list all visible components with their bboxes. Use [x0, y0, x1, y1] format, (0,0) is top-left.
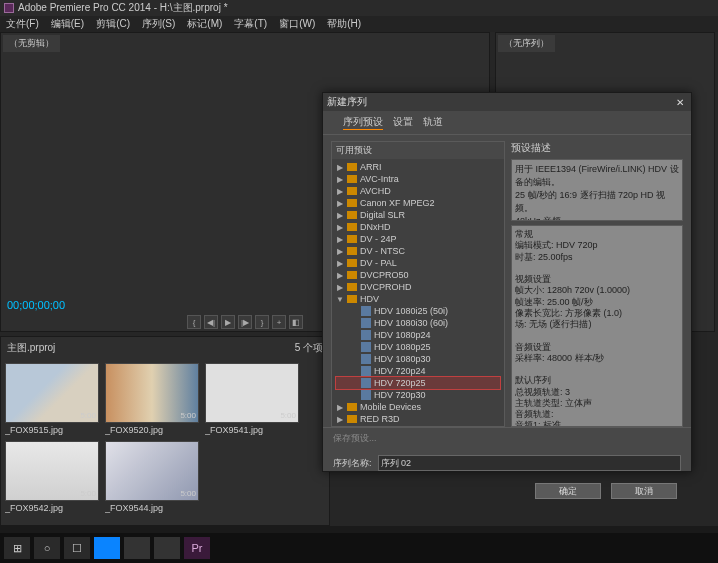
preset-folder[interactable]: ▶DV - 24P [336, 233, 500, 245]
mark-out-button[interactable]: } [255, 315, 269, 329]
mark-in-button[interactable]: { [187, 315, 201, 329]
preset-item[interactable]: HDV 1080p24 [336, 329, 500, 341]
window-title: Adobe Premiere Pro CC 2014 - H:\主图.prpro… [18, 1, 228, 15]
preset-item[interactable]: HDV 1080p25 [336, 341, 500, 353]
tab-preset[interactable]: 序列预设 [343, 115, 383, 130]
duration: 5:00 [80, 489, 96, 498]
project-item[interactable]: 5:00_FOX9542.jpg [5, 441, 99, 513]
preset-folder[interactable]: ▶Canon XF MPEG2 [336, 197, 500, 209]
menu-window[interactable]: 窗口(W) [279, 17, 315, 31]
expand-icon: ▶ [336, 283, 344, 292]
preset-folder[interactable]: ▼HDV [336, 293, 500, 305]
preset-folder[interactable]: ▶ARRI [336, 161, 500, 173]
project-item[interactable]: 5:00_FOX9541.jpg [205, 363, 299, 435]
project-item[interactable]: 5:00_FOX9544.jpg [105, 441, 199, 513]
duration: 5:00 [180, 489, 196, 498]
folder-icon [347, 247, 357, 255]
preset-tree[interactable]: ▶ARRI▶AVC-Intra▶AVCHD▶Canon XF MPEG2▶Dig… [332, 159, 504, 426]
menu-mark[interactable]: 标记(M) [187, 17, 222, 31]
expand-icon: ▼ [336, 295, 344, 304]
ok-button[interactable]: 确定 [535, 483, 601, 499]
expand-icon: ▶ [336, 247, 344, 256]
expand-icon: ▶ [336, 403, 344, 412]
menu-clip[interactable]: 剪辑(C) [96, 17, 130, 31]
expand-icon: ▶ [336, 163, 344, 172]
preset-folder[interactable]: ▶Mobile Devices [336, 401, 500, 413]
taskbar-premiere[interactable]: Pr [184, 537, 210, 559]
preset-file-icon [361, 318, 371, 328]
preset-folder[interactable]: ▶DNxHD [336, 221, 500, 233]
window-titlebar: Adobe Premiere Pro CC 2014 - H:\主图.prpro… [0, 0, 718, 16]
preset-folder[interactable]: ▶XDCAM EX [336, 425, 500, 426]
tree-label: RED R3D [360, 414, 400, 424]
preset-item[interactable]: HDV 720p24 [336, 365, 500, 377]
preset-item[interactable]: HDV 1080i25 (50i) [336, 305, 500, 317]
menu-subtitle[interactable]: 字幕(T) [234, 17, 267, 31]
menu-file[interactable]: 文件(F) [6, 17, 39, 31]
preset-folder[interactable]: ▶Digital SLR [336, 209, 500, 221]
project-item[interactable]: 5:00_FOX9520.jpg [105, 363, 199, 435]
item-name: _FOX9544.jpg [105, 501, 199, 513]
tree-label: DVCPROHD [360, 282, 412, 292]
duration: 5:00 [180, 411, 196, 420]
seqname-label: 序列名称: [333, 457, 372, 470]
folder-icon [347, 175, 357, 183]
save-preset-button[interactable]: 保存预设... [323, 427, 691, 449]
folder-icon [347, 163, 357, 171]
source-tab[interactable]: （无剪辑） [3, 35, 60, 52]
preset-folder[interactable]: ▶DV - PAL [336, 257, 500, 269]
preset-folder[interactable]: ▶AVCHD [336, 185, 500, 197]
preset-item[interactable]: HDV 1080p30 [336, 353, 500, 365]
folder-icon [347, 403, 357, 411]
preset-folder[interactable]: ▶AVC-Intra [336, 173, 500, 185]
folder-icon [347, 211, 357, 219]
close-button[interactable]: ✕ [673, 95, 687, 109]
folder-icon [347, 283, 357, 291]
thumbnail: 5:00 [105, 441, 199, 501]
workspace: （无剪辑） 00;00;00;00 { ◀| ▶ |▶ } + ◧ （无序列） … [0, 32, 718, 526]
project-item[interactable]: 5:00_FOX9515.jpg [5, 363, 99, 435]
taskbar-app-1[interactable] [94, 537, 120, 559]
folder-icon [347, 235, 357, 243]
preset-file-icon [361, 378, 371, 388]
play-button[interactable]: ▶ [221, 315, 235, 329]
preset-item[interactable]: HDV 1080i30 (60i) [336, 317, 500, 329]
desc-label: 预设描述 [511, 141, 683, 155]
preset-folder[interactable]: ▶DV - NTSC [336, 245, 500, 257]
menu-sequence[interactable]: 序列(S) [142, 17, 175, 31]
tree-label: HDV 1080p30 [374, 354, 431, 364]
tab-tracks[interactable]: 轨道 [423, 115, 443, 130]
tab-settings[interactable]: 设置 [393, 115, 413, 130]
thumbnail: 5:00 [5, 363, 99, 423]
tree-label: Digital SLR [360, 210, 405, 220]
preset-folder[interactable]: ▶DVCPRO50 [336, 269, 500, 281]
program-tab[interactable]: （无序列） [498, 35, 555, 52]
taskbar-app-3[interactable] [154, 537, 180, 559]
seqname-input[interactable] [378, 455, 681, 471]
tree-label: DV - PAL [360, 258, 397, 268]
tree-label: HDV [360, 294, 379, 304]
preset-folder[interactable]: ▶DVCPROHD [336, 281, 500, 293]
taskbar-app-2[interactable] [124, 537, 150, 559]
overwrite-button[interactable]: ◧ [289, 315, 303, 329]
project-item-count: 5 个项 [295, 341, 323, 355]
preset-file-icon [361, 306, 371, 316]
taskview-button[interactable]: ☐ [64, 537, 90, 559]
expand-icon: ▶ [336, 223, 344, 232]
thumbnail: 5:00 [205, 363, 299, 423]
tree-label: DV - 24P [360, 234, 397, 244]
step-fwd-button[interactable]: |▶ [238, 315, 252, 329]
preset-item[interactable]: HDV 720p25 [336, 377, 500, 389]
item-name: _FOX9515.jpg [5, 423, 99, 435]
start-button[interactable]: ⊞ [4, 537, 30, 559]
menu-edit[interactable]: 编辑(E) [51, 17, 84, 31]
insert-button[interactable]: + [272, 315, 286, 329]
step-back-button[interactable]: ◀| [204, 315, 218, 329]
cancel-button[interactable]: 取消 [611, 483, 677, 499]
menu-help[interactable]: 帮助(H) [327, 17, 361, 31]
tree-label: HDV 1080p24 [374, 330, 431, 340]
search-button[interactable]: ○ [34, 537, 60, 559]
preset-folder[interactable]: ▶RED R3D [336, 413, 500, 425]
source-timecode[interactable]: 00;00;00;00 [7, 299, 65, 311]
preset-item[interactable]: HDV 720p30 [336, 389, 500, 401]
